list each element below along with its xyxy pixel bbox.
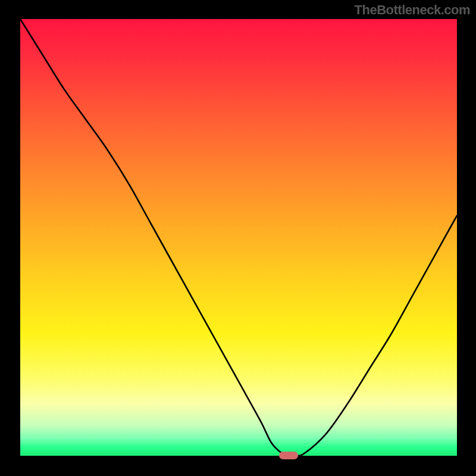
plot-area	[20, 19, 457, 456]
bottleneck-curve	[20, 19, 457, 456]
optimum-marker	[279, 452, 298, 459]
watermark-text: TheBottleneck.com	[355, 2, 470, 18]
curve-svg	[20, 19, 457, 456]
chart-frame: TheBottleneck.com	[0, 0, 476, 476]
